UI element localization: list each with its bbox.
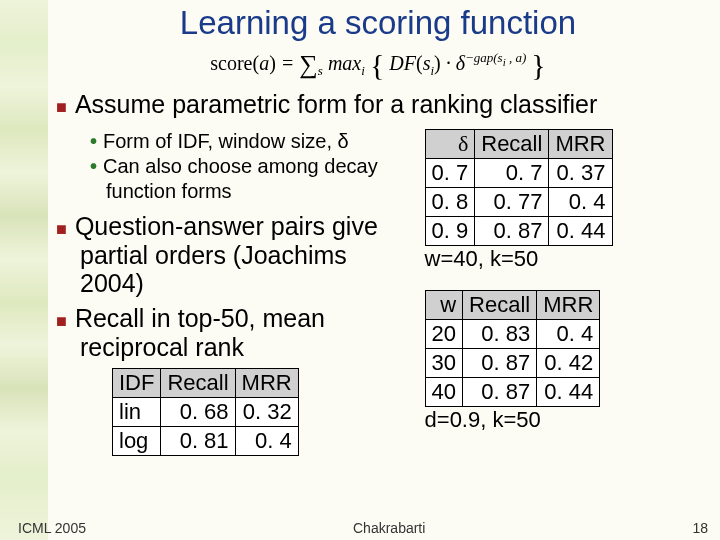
cell-mrr: 0. 32: [235, 397, 298, 426]
cell-recall: 0. 87: [463, 377, 537, 406]
table-row: 0. 9 0. 87 0. 44: [425, 216, 612, 245]
cell-recall: 0. 81: [161, 426, 235, 455]
bullet-3: ■Recall in top-50, mean reciprocal rank: [56, 304, 407, 362]
bullet-icon: ■: [56, 97, 75, 117]
bullet-text: Question-answer pairs give partial order…: [75, 212, 378, 298]
table-row: 20 0. 83 0. 4: [425, 319, 600, 348]
cell-w: 20: [425, 319, 462, 348]
cell-mrr: 0. 4: [235, 426, 298, 455]
table-header-row: IDF Recall MRR: [113, 368, 299, 397]
footer-left: ICML 2005: [18, 520, 86, 536]
col-mrr: MRR: [235, 368, 298, 397]
table-row: lin 0. 68 0. 32: [113, 397, 299, 426]
bullet-1: ■Assume parametric form for a ranking cl…: [56, 90, 700, 119]
cell-label: lin: [113, 397, 161, 426]
dot-icon: •: [90, 130, 103, 152]
idf-table: IDF Recall MRR lin 0. 68 0. 32 log 0. 81…: [112, 368, 299, 456]
col-delta: δ: [425, 129, 475, 158]
cell-recall: 0. 87: [475, 216, 549, 245]
score-formula: score(a) = ∑s maxi { DF(si) · δ−gap(si ,…: [56, 50, 700, 80]
sub-bullets: •Form of IDF, window size, δ •Can also c…: [90, 129, 407, 204]
cell-mrr: 0. 4: [549, 187, 612, 216]
cell-recall: 0. 68: [161, 397, 235, 426]
w-table: w Recall MRR 20 0. 83 0. 4 30 0. 87 0. 4…: [425, 290, 601, 407]
col-idf: IDF: [113, 368, 161, 397]
dot-icon: •: [90, 155, 103, 177]
bullet-2: ■Question-answer pairs give partial orde…: [56, 212, 407, 298]
table-row: log 0. 81 0. 4: [113, 426, 299, 455]
col-w: w: [425, 290, 462, 319]
delta-caption: w=40, k=50: [425, 246, 700, 272]
col-mrr: MRR: [549, 129, 612, 158]
page-title: Learning a scoring function: [56, 4, 700, 42]
footer-center: Chakrabarti: [353, 520, 425, 536]
table-row: 30 0. 87 0. 42: [425, 348, 600, 377]
cell-recall: 0. 77: [475, 187, 549, 216]
cell-mrr: 0. 42: [537, 348, 600, 377]
sub-bullet-2: •Can also choose among decay function fo…: [90, 154, 407, 204]
cell-recall: 0. 87: [463, 348, 537, 377]
bullet-text: Assume parametric form for a ranking cla…: [75, 90, 597, 118]
table-row: 0. 8 0. 77 0. 4: [425, 187, 612, 216]
w-caption: d=0.9, k=50: [425, 407, 700, 433]
cell-mrr: 0. 4: [537, 319, 600, 348]
delta-table: δ Recall MRR 0. 7 0. 7 0. 37 0. 8 0. 77 …: [425, 129, 613, 246]
sub-bullet-text: Form of IDF, window size, δ: [103, 130, 349, 152]
col-mrr: MRR: [537, 290, 600, 319]
col-recall: Recall: [475, 129, 549, 158]
col-recall: Recall: [463, 290, 537, 319]
cell-d: 0. 7: [425, 158, 475, 187]
table-row: 0. 7 0. 7 0. 37: [425, 158, 612, 187]
table-row: 40 0. 87 0. 44: [425, 377, 600, 406]
table-header-row: w Recall MRR: [425, 290, 600, 319]
col-recall: Recall: [161, 368, 235, 397]
cell-w: 40: [425, 377, 462, 406]
cell-mrr: 0. 44: [549, 216, 612, 245]
bullet-text: Recall in top-50, mean reciprocal rank: [75, 304, 325, 361]
sub-bullet-1: •Form of IDF, window size, δ: [90, 129, 407, 154]
footer: ICML 2005 Chakrabarti 18: [0, 520, 720, 536]
cell-w: 30: [425, 348, 462, 377]
cell-recall: 0. 7: [475, 158, 549, 187]
cell-mrr: 0. 37: [549, 158, 612, 187]
bullet-icon: ■: [56, 219, 75, 239]
cell-recall: 0. 83: [463, 319, 537, 348]
bullet-icon: ■: [56, 311, 75, 331]
cell-label: log: [113, 426, 161, 455]
table-header-row: δ Recall MRR: [425, 129, 612, 158]
sub-bullet-text: Can also choose among decay function for…: [103, 155, 378, 202]
cell-d: 0. 9: [425, 216, 475, 245]
cell-mrr: 0. 44: [537, 377, 600, 406]
footer-right: 18: [692, 520, 708, 536]
cell-d: 0. 8: [425, 187, 475, 216]
